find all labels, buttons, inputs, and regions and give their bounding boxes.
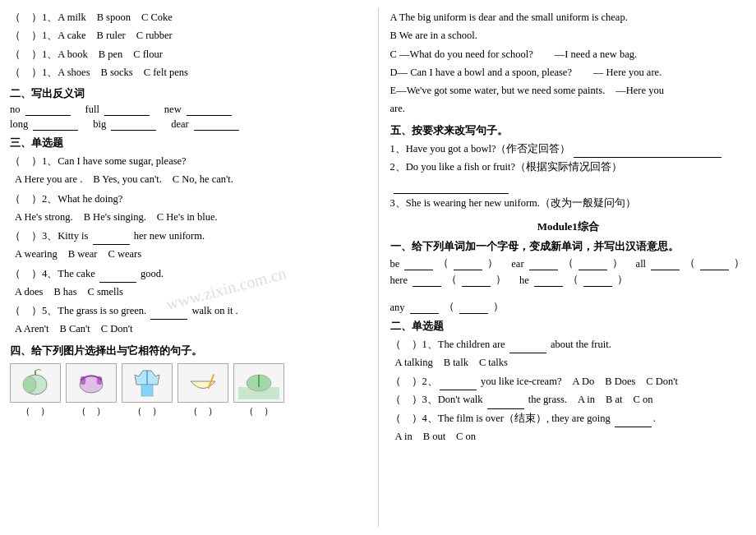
lbl-here: here	[390, 274, 408, 287]
word-all: all （ ）	[636, 256, 745, 270]
paren-be-open: （	[438, 256, 449, 270]
blank-be-word[interactable]	[404, 270, 433, 270]
section2-title: 二、写出反义词	[10, 86, 366, 101]
module1-sec1-title: 一、给下列单词加一个字母，变成新单词，并写出汉语意思。	[390, 239, 747, 254]
mq1-blank[interactable]	[509, 353, 546, 353]
antonym-dear: dear	[171, 118, 241, 131]
bracket-1[interactable]: （ ）	[10, 404, 61, 418]
blank-dear[interactable]	[194, 130, 239, 131]
word-long: long	[10, 118, 28, 131]
rw-q3: 3、She is wearing her new uniform.（改为一般疑问…	[390, 195, 747, 212]
blank-here-cn[interactable]	[462, 286, 491, 287]
mq2: （ ）2、 you like ice-cream? A Do B Does C …	[390, 373, 747, 390]
word-big: big	[93, 118, 106, 131]
section3-title: 三、单选题	[10, 136, 366, 150]
image-3	[122, 363, 173, 403]
section1: （ ）1、A milk B spoon C Coke （ ）1、A cake B…	[10, 9, 366, 81]
paren-ear-open: （	[563, 256, 574, 270]
word-here: here （ ）	[390, 273, 507, 287]
blank-all-cn[interactable]	[700, 270, 729, 270]
paren-all-open: （	[685, 256, 695, 270]
bracket-4[interactable]: （ ）	[177, 404, 228, 418]
blank-long-ans[interactable]	[33, 130, 78, 131]
mc-item-1: （ ）1、A milk B spoon C Coke	[10, 9, 366, 26]
blank-big[interactable]	[111, 130, 156, 131]
q4-blank[interactable]	[99, 282, 136, 283]
blank-new[interactable]	[187, 115, 232, 116]
option-E: E—We've got some water, but we need some…	[390, 82, 747, 99]
lbl-all: all	[636, 258, 647, 270]
q2: （ ）2、What he doing?	[10, 191, 366, 208]
paren-here-close: ）	[496, 273, 506, 287]
mq3-blank[interactable]	[487, 408, 524, 409]
option-D: D— Can I have a bowl and a spoon, please…	[390, 64, 747, 81]
word-he: he （ ）	[519, 273, 628, 287]
blank-ear-cn[interactable]	[579, 270, 607, 270]
rw-q1-blank[interactable]	[574, 157, 721, 158]
module1: Module1综合 一、给下列单词加一个字母，变成新单词，并写出汉语意思。 be…	[390, 219, 747, 446]
word-any: any （ ）	[390, 300, 504, 314]
q1-choices: A Here you are . B Yes, you can't. C No,…	[15, 171, 366, 188]
blank-full[interactable]	[104, 115, 150, 116]
q3-blank[interactable]	[93, 244, 130, 245]
word-be: be （ ）	[390, 256, 499, 270]
blank-any-word[interactable]	[410, 313, 439, 314]
word-ear: ear （ ）	[511, 256, 622, 270]
mc-item-4: （ ）1、A shoes B socks C felt pens	[10, 64, 366, 81]
left-column: （ ）1、A milk B spoon C Coke （ ）1、A cake B…	[10, 8, 366, 527]
q4: （ ）4、The cake good.	[10, 265, 366, 283]
bracket-2[interactable]: （ ）	[66, 404, 117, 418]
bracket-row: （ ） （ ） （ ） （ ） （ ）	[10, 404, 366, 418]
bracket-3[interactable]: （ ）	[122, 404, 173, 418]
paren-any-close: ）	[493, 300, 504, 314]
lbl-he: he	[519, 274, 529, 287]
image-row	[10, 363, 366, 403]
svg-rect-7	[141, 385, 153, 396]
section4-images: 四、给下列图片选择出与它相符的句子。	[10, 344, 366, 418]
rw-q1: 1、Have you got a bowl?（作否定回答）	[390, 141, 747, 158]
module1-sec2-title: 二、单选题	[390, 319, 747, 334]
rw-q2-blank-line	[390, 177, 747, 194]
blank-he-word[interactable]	[534, 286, 563, 287]
paren-he-close: ）	[617, 273, 628, 287]
q2-choices: A He's strong. B He's singing. C He's in…	[15, 209, 366, 226]
section2-antonyms: 二、写出反义词 no full new long	[10, 86, 366, 131]
paren-ear-close: ）	[612, 256, 623, 270]
blank-ear-word[interactable]	[529, 270, 558, 270]
sentence-options: A The big uniform is dear and the small …	[390, 9, 747, 118]
blank-here-word[interactable]	[413, 286, 441, 287]
image-1	[10, 363, 61, 403]
module1-sec2: 二、单选题 （ ）1、The children are about the fr…	[390, 319, 747, 446]
antonym-no: no	[10, 104, 72, 116]
section4-title: 四、给下列图片选择出与它相符的句子。	[10, 344, 366, 358]
word-dear: dear	[171, 118, 189, 131]
mc-item-3: （ ）1、A book B pen C flour	[10, 46, 366, 63]
bracket-5[interactable]: （ ）	[233, 404, 284, 418]
q5-choices: A Aren't B Can't C Don't	[15, 321, 366, 338]
module1-title: Module1综合	[390, 219, 747, 234]
mq4-choices: A in B out C on	[395, 428, 747, 445]
module1-sec1: 一、给下列单词加一个字母，变成新单词，并写出汉语意思。 be （ ） ear （	[390, 239, 747, 314]
option-C: C —What do you need for school? —I need …	[390, 46, 747, 63]
q5-blank[interactable]	[150, 319, 187, 320]
rw-q2: 2、Do you like a fish or fruit?（根据实际情况回答）	[390, 159, 747, 176]
q3: （ ）3、Kitty is her new uniform.	[10, 228, 366, 245]
blank-any-cn[interactable]	[459, 313, 488, 314]
mq3: （ ）3、Don't walk the grass. A in B at C o…	[390, 391, 747, 408]
svg-point-1	[23, 376, 36, 393]
mq2-blank[interactable]	[440, 390, 477, 390]
blank-be-cn[interactable]	[454, 270, 482, 270]
antonym-new: new	[164, 104, 233, 116]
blank-all-word[interactable]	[651, 270, 680, 270]
mq4-blank[interactable]	[615, 427, 652, 427]
rw-q2-blank[interactable]	[394, 193, 509, 194]
blank-he-cn[interactable]	[583, 286, 612, 287]
q4-choices: A does B has C smells	[15, 284, 366, 301]
option-E-cont: are.	[390, 100, 747, 118]
antonym-long: long	[10, 118, 80, 131]
antonym-row2: long big dear	[10, 118, 366, 131]
module1-word-row1: be （ ） ear （ ） all	[390, 256, 747, 270]
blank-no[interactable]	[25, 115, 71, 116]
image-4	[177, 363, 228, 403]
mq1-choices: A talking B talk C talks	[395, 354, 747, 371]
